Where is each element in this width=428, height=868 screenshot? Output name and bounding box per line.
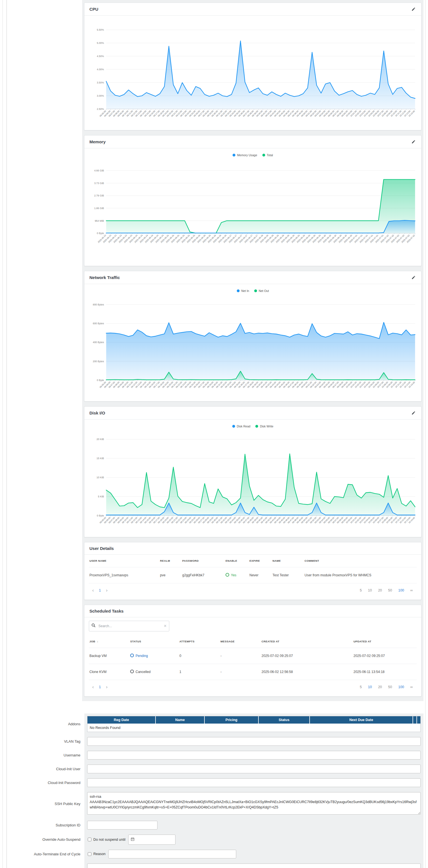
updated-at-cell: 2025-07-02 09:25:07: [353, 654, 416, 658]
legend-item[interactable]: Net In: [237, 289, 249, 292]
svg-text:2.79 GiB: 2.79 GiB: [94, 194, 104, 197]
page-size-infinity[interactable]: ∞: [410, 588, 413, 592]
username-field[interactable]: [87, 751, 421, 760]
clear-search-icon[interactable]: ✕: [164, 624, 167, 628]
page-size-100[interactable]: 100: [398, 588, 404, 592]
table-row: ProxmoxVPS_1svmaxvps pve g2ggFxiHKbk7 Ye…: [89, 567, 417, 583]
ssh-public-key-field[interactable]: ssh-rsa AAAAB3NzaC1yc2EAAAABJQAAAQEAiCGN…: [87, 792, 421, 815]
vlan-tag-field[interactable]: [87, 737, 421, 746]
edit-network-chart-button[interactable]: [411, 275, 416, 280]
page-size-50[interactable]: 50: [388, 685, 392, 689]
pagination-next[interactable]: ›: [103, 588, 111, 593]
legend-item[interactable]: Memory Usage: [233, 153, 257, 157]
edit-cpu-chart-button[interactable]: [411, 6, 416, 12]
username-label: Username: [3, 748, 84, 762]
svg-text:0 Byte: 0 Byte: [97, 379, 104, 381]
network-chart[interactable]: 800 Bytes600 Bytes400 Bytes200 Bytes0 By…: [89, 293, 417, 399]
svg-text:3.73 GiB: 3.73 GiB: [94, 182, 104, 185]
legend-item[interactable]: Disk Read: [232, 425, 250, 428]
table-row: Backup VM Pending 0 - 2025-07-02 09:25:0…: [89, 648, 417, 664]
page-size-20[interactable]: 20: [378, 588, 382, 592]
legend-item[interactable]: Net Out: [254, 289, 269, 292]
reason-field[interactable]: [108, 850, 236, 859]
svg-text:400 Bytes: 400 Bytes: [93, 341, 104, 344]
password-cell: g2ggFxiHKbk7: [182, 573, 226, 577]
auto-terminate-checkbox[interactable]: [88, 852, 91, 856]
page-size-100[interactable]: 100: [398, 685, 404, 689]
admin-notes-label: Admin Notes: [3, 861, 84, 868]
legend-dot-icon: [233, 154, 235, 156]
col-message: MESSAGE: [221, 640, 261, 643]
page-size-10[interactable]: 10: [368, 588, 372, 592]
attempts-cell: 1: [179, 670, 221, 674]
page-size-10[interactable]: 10: [368, 685, 372, 689]
attempts-cell: 0: [179, 654, 221, 658]
page-size-infinity[interactable]: ∞: [410, 685, 413, 689]
auto-terminate-row: Auto-Terminate End of Cycle Reason: [3, 847, 425, 861]
svg-text:20 KiB: 20 KiB: [96, 438, 104, 441]
container-border: [6, 0, 7, 868]
pagination-prev[interactable]: ‹: [89, 684, 97, 690]
pagination-page-1[interactable]: 1: [97, 685, 103, 689]
svg-text:2.50%: 2.50%: [97, 107, 104, 111]
col-comment: COMMENT: [305, 559, 416, 562]
legend-dot-icon: [255, 425, 258, 428]
suspend-date-field[interactable]: [137, 837, 173, 842]
disk-panel-title: Disk I/O: [89, 410, 105, 415]
user-details-panel: User Details USER NAME REALM PASSWORD EN…: [84, 542, 422, 600]
svg-text:0 Byte: 0 Byte: [97, 232, 104, 235]
table-row: Clone KVM Cancelled 1 - 2025-06-02 12:56…: [89, 664, 417, 680]
col-expire: EXPIRE: [250, 559, 273, 562]
svg-text:5.50%: 5.50%: [97, 28, 104, 31]
disk-chart[interactable]: 20 KiB15 KiB10 KiB5 KiB0 Byte09:05:0009:…: [89, 429, 417, 534]
cloud-init-password-label: Cloud-Init Password: [3, 776, 84, 789]
page-size-5[interactable]: 5: [360, 685, 362, 689]
legend-item[interactable]: Disk Write: [255, 425, 273, 428]
realm-cell: pve: [160, 573, 182, 577]
search-input[interactable]: [98, 624, 162, 628]
subscription-id-field[interactable]: [87, 821, 158, 830]
product-config-form: Addons Reg Date Name Pricing Status Next…: [3, 713, 425, 868]
svg-text:3.00%: 3.00%: [97, 94, 104, 97]
pagination-page-1[interactable]: 1: [97, 588, 103, 592]
cpu-chart[interactable]: 5.50%5.00%4.50%4.00%3.50%3.00%2.50%09:05…: [89, 19, 417, 128]
status-ring-icon: [226, 573, 229, 577]
memory-chart[interactable]: 4.66 GiB3.73 GiB2.79 GiB1.86 GiB954 MiB0…: [89, 158, 417, 263]
svg-text:3.50%: 3.50%: [97, 81, 104, 84]
cloud-init-password-row: Cloud-Init Password: [3, 776, 425, 789]
page-size-20[interactable]: 20: [378, 685, 382, 689]
page-size-50[interactable]: 50: [388, 588, 392, 592]
pagination-prev[interactable]: ‹: [89, 588, 97, 593]
job-cell: Clone KVM: [89, 670, 130, 674]
subscription-id-row: Subscription ID: [3, 818, 425, 832]
addons-empty-text: No Records Found: [87, 723, 420, 732]
cloud-init-password-field[interactable]: [87, 778, 421, 787]
pagination-next[interactable]: ›: [103, 684, 111, 690]
col-job[interactable]: JOB↓: [89, 640, 130, 643]
col-name: NAME: [273, 559, 305, 562]
cloud-init-user-field[interactable]: [87, 765, 421, 773]
addons-row: Addons Reg Date Name Pricing Status Next…: [3, 713, 425, 735]
addons-col-name: Name: [156, 716, 204, 723]
edit-disk-chart-button[interactable]: [411, 410, 416, 415]
search-icon: [91, 623, 95, 628]
status-cell: Pending: [130, 654, 179, 658]
suspend-date-input[interactable]: [128, 835, 175, 845]
svg-text:5 KiB: 5 KiB: [98, 495, 104, 498]
user-details-pagination: ‹ 1 › 5 10 20 50 100 ∞: [89, 583, 417, 597]
expire-cell: Never: [250, 573, 273, 577]
ssh-public-key-label: SSH Public Key: [3, 789, 84, 818]
network-panel-title: Network Traffic: [89, 275, 120, 280]
admin-notes-field[interactable]: [87, 864, 421, 868]
cpu-panel: CPU 5.50%5.00%4.50%4.00%3.50%3.00%2.50%0…: [84, 3, 422, 130]
svg-text:15 KiB: 15 KiB: [96, 457, 104, 460]
override-auto-suspend-checkbox[interactable]: [88, 838, 91, 841]
edit-memory-chart-button[interactable]: [411, 139, 416, 145]
page-size-5[interactable]: 5: [360, 588, 362, 592]
svg-text:200 Bytes: 200 Bytes: [93, 360, 104, 363]
comment-cell: User from module ProxmoxVPS for WHMCS: [305, 573, 416, 577]
vlan-tag-label: VLAN Tag: [3, 735, 84, 748]
subscription-id-label: Subscription ID: [3, 818, 84, 832]
disk-chart-legend: Disk ReadDisk Write: [89, 422, 417, 429]
legend-item[interactable]: Total: [262, 153, 273, 157]
